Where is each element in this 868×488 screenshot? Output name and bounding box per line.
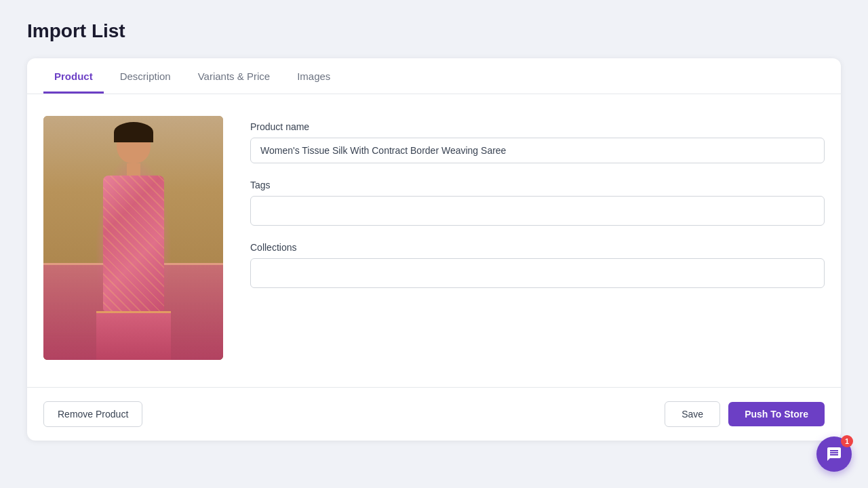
save-button[interactable]: Save: [665, 401, 720, 427]
tab-bar: Product Description Variants & Price Ima…: [27, 58, 841, 94]
chat-icon: [826, 446, 842, 462]
silhouette: [93, 126, 174, 350]
form-section: Product name Tags Collections: [250, 116, 825, 360]
figure-hair: [114, 122, 153, 142]
figure-body: [103, 176, 164, 311]
collections-group: Collections: [250, 242, 825, 288]
chat-badge: 1: [841, 435, 853, 447]
tags-label: Tags: [250, 180, 825, 190]
card-footer: Remove Product Save Push To Store: [27, 387, 841, 441]
tags-input[interactable]: [250, 196, 825, 226]
figure-head: [117, 126, 151, 163]
tab-product[interactable]: Product: [43, 58, 104, 94]
figure-neck: [127, 163, 140, 176]
figure-skirt: [96, 311, 171, 360]
push-to-store-button[interactable]: Push To Store: [728, 402, 825, 426]
collections-input[interactable]: [250, 258, 825, 288]
card-body: Product name Tags Collections: [27, 94, 841, 387]
tab-variants-price[interactable]: Variants & Price: [187, 58, 281, 94]
main-card: Product Description Variants & Price Ima…: [27, 58, 841, 441]
product-name-input[interactable]: [250, 138, 825, 163]
page-title: Import List: [27, 20, 841, 42]
tags-group: Tags: [250, 180, 825, 226]
product-image-container: [43, 116, 223, 360]
tab-description[interactable]: Description: [109, 58, 182, 94]
product-image: [43, 116, 223, 360]
chat-widget[interactable]: 1: [816, 436, 852, 472]
product-name-label: Product name: [250, 121, 825, 132]
collections-label: Collections: [250, 242, 825, 253]
footer-right-actions: Save Push To Store: [665, 401, 825, 427]
remove-product-button[interactable]: Remove Product: [43, 401, 142, 427]
tab-images[interactable]: Images: [286, 58, 341, 94]
product-name-group: Product name: [250, 121, 825, 163]
